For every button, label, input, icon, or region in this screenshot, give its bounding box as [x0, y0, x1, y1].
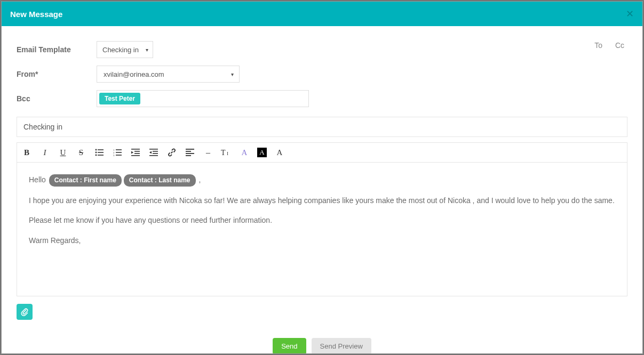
- merge-pill-firstname[interactable]: Contact : First name: [49, 174, 122, 187]
- svg-rect-5: [98, 155, 104, 156]
- svg-point-2: [96, 152, 97, 154]
- svg-rect-19: [153, 151, 158, 152]
- editor-toolbar: B I U S 123: [17, 143, 627, 163]
- bg-color-button[interactable]: A: [257, 148, 267, 157]
- link-button[interactable]: [166, 147, 177, 158]
- footer-actions: Send Send Preview: [17, 338, 627, 353]
- svg-rect-14: [134, 151, 140, 152]
- dialog-title: New Message: [10, 10, 62, 19]
- clear-format-button[interactable]: A: [274, 147, 285, 158]
- dialog-body: To Cc Email Template Checking in From* x…: [2, 26, 642, 353]
- svg-rect-23: [186, 151, 191, 152]
- ordered-list-button[interactable]: 123: [112, 147, 123, 158]
- label-from: From*: [17, 70, 97, 78]
- from-value: xvilain@orinea.com: [104, 70, 164, 78]
- send-preview-button[interactable]: Send Preview: [312, 338, 371, 353]
- editor: B I U S 123: [17, 142, 627, 296]
- attach-button[interactable]: [17, 304, 33, 320]
- bcc-tag[interactable]: Test Peter: [99, 93, 140, 104]
- body-greeting: Hello Contact : First nameContact : Last…: [29, 174, 615, 187]
- svg-rect-7: [116, 149, 122, 150]
- svg-rect-9: [116, 152, 122, 153]
- body-p1: I hope you are enjoying your experience …: [29, 195, 615, 207]
- svg-rect-25: [186, 155, 191, 156]
- svg-text:3: 3: [113, 154, 115, 156]
- font-color-button[interactable]: A: [239, 147, 250, 158]
- hr-button[interactable]: –: [203, 147, 213, 158]
- svg-rect-12: [131, 149, 140, 150]
- svg-rect-20: [153, 153, 158, 154]
- svg-marker-13: [131, 151, 133, 154]
- send-button[interactable]: Send: [273, 338, 306, 353]
- email-template-value: Checking in: [102, 46, 139, 54]
- svg-point-0: [96, 149, 97, 151]
- body-p3: Warm Regards,: [29, 235, 615, 247]
- strike-button[interactable]: S: [76, 147, 86, 158]
- italic-button[interactable]: I: [39, 147, 50, 158]
- svg-rect-21: [149, 155, 158, 156]
- svg-rect-24: [186, 153, 194, 154]
- svg-rect-1: [98, 149, 104, 150]
- svg-text:I: I: [227, 151, 228, 156]
- to-link[interactable]: To: [594, 41, 602, 50]
- svg-point-4: [96, 155, 97, 156]
- body-p2: Please let me know if you have any quest…: [29, 215, 615, 227]
- dialog-header: New Message ✕: [2, 2, 642, 26]
- email-template-select[interactable]: Checking in: [97, 41, 153, 58]
- from-select[interactable]: xvilain@orinea.com: [97, 66, 240, 83]
- svg-rect-17: [149, 149, 158, 150]
- paperclip-icon: [20, 308, 29, 316]
- svg-rect-15: [134, 153, 140, 154]
- svg-rect-11: [116, 155, 122, 156]
- align-button[interactable]: [185, 147, 195, 158]
- svg-rect-22: [186, 149, 194, 150]
- new-message-dialog: New Message ✕ To Cc Email Template Check…: [1, 1, 643, 354]
- subject-input[interactable]: [17, 117, 627, 137]
- indent-button[interactable]: [148, 147, 159, 158]
- outdent-button[interactable]: [130, 147, 141, 158]
- label-bcc: Bcc: [17, 94, 97, 103]
- bcc-input[interactable]: Test Peter: [97, 90, 309, 107]
- cc-link[interactable]: Cc: [615, 41, 624, 50]
- merge-pill-lastname[interactable]: Contact : Last name: [124, 174, 196, 187]
- bold-button[interactable]: B: [21, 147, 32, 158]
- editor-body[interactable]: Hello Contact : First nameContact : Last…: [17, 163, 627, 296]
- underline-button[interactable]: U: [58, 147, 68, 158]
- close-icon[interactable]: ✕: [626, 8, 634, 20]
- svg-rect-16: [131, 155, 140, 156]
- text-size-button[interactable]: TI: [221, 147, 232, 158]
- svg-marker-18: [149, 151, 152, 154]
- bullet-list-button[interactable]: [94, 147, 105, 158]
- greeting-suffix: ,: [197, 175, 201, 184]
- greeting-prefix: Hello: [29, 175, 48, 184]
- to-cc-links: To Cc: [584, 41, 624, 50]
- svg-text:T: T: [221, 149, 226, 157]
- svg-rect-3: [98, 152, 104, 153]
- label-email-template: Email Template: [17, 45, 97, 54]
